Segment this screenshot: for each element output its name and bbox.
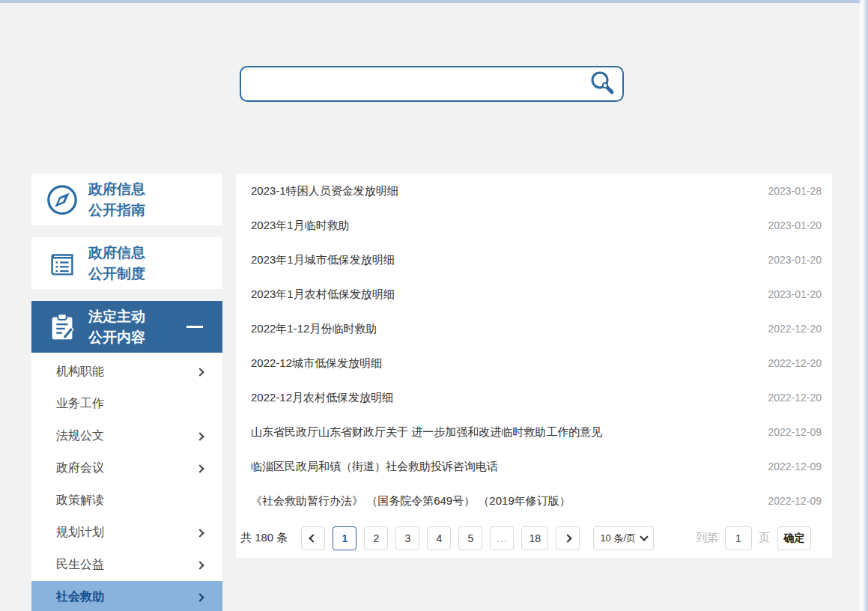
- goto-page-input[interactable]: [725, 526, 752, 550]
- list-item-date: 2022-12-20: [768, 323, 822, 335]
- list-item-date: 2023-01-20: [768, 254, 822, 266]
- card-label-line1: 法定主动: [88, 306, 145, 327]
- list-item[interactable]: 2022-12月农村低保发放明细 2022-12-20: [236, 380, 832, 415]
- list-item-date: 2022-12-20: [768, 357, 822, 369]
- sidebar-submenu: 机构职能 业务工作 法规公文 政府会议 政策解读 规划计划 民生公益 社会救助: [31, 353, 222, 611]
- search-bar: [240, 66, 624, 102]
- compass-icon: [45, 183, 79, 217]
- sidebar-item-jigou-zhineng[interactable]: 机构职能: [31, 356, 222, 388]
- card-label-line2: 公开内容: [88, 327, 145, 348]
- list-item[interactable]: 山东省民政厅山东省财政厅关于 进一步加强和改进临时救助工作的意见 2022-12…: [236, 415, 832, 449]
- list-item-title[interactable]: 《社会救助暂行办法》 （国务院令第649号） （2019年修订版）: [251, 494, 756, 508]
- sidebar-card-statutory-disclosure[interactable]: 法定主动 公开内容: [31, 301, 222, 353]
- sidebar-card-gov-info-guide[interactable]: 政府信息 公开指南: [31, 174, 222, 225]
- card-label-line2: 公开指南: [88, 200, 145, 221]
- list-item-date: 2023-01-20: [768, 219, 822, 231]
- total-count-label: 共 180 条: [240, 531, 288, 545]
- article-list: 2023-1特困人员资金发放明细 2023-01-28 2023年1月临时救助 …: [236, 174, 832, 518]
- chevron-right-icon: [195, 593, 204, 601]
- list-item-title[interactable]: 2023年1月城市低保发放明细: [251, 253, 756, 267]
- list-item-title[interactable]: 2022-12城市低保发放明细: [251, 356, 756, 371]
- list-item-title[interactable]: 2022年1-12月份临时救助: [251, 322, 756, 336]
- top-accent-bar: [0, 0, 868, 3]
- card-label-line1: 政府信息: [88, 243, 145, 264]
- list-item-title[interactable]: 山东省民政厅山东省财政厅关于 进一步加强和改进临时救助工作的意见: [251, 425, 756, 440]
- pagination-bar: 共 180 条 1 2 3 4 5 ... 18 10 条/页 到第 页 确定: [236, 518, 832, 558]
- page-button-1[interactable]: 1: [333, 526, 356, 550]
- clipboard-pencil-icon: [45, 310, 79, 344]
- sidebar-item-fagui-gongwen[interactable]: 法规公文: [31, 420, 222, 452]
- page-button-18[interactable]: 18: [521, 526, 548, 550]
- sidebar-item-yewu-gongzuo[interactable]: 业务工作: [31, 388, 222, 420]
- chevron-right-icon: [195, 464, 204, 472]
- page-size-select[interactable]: 10 条/页: [593, 526, 654, 550]
- chevron-right-icon: [195, 432, 204, 440]
- goto-prefix-label: 到第: [696, 531, 718, 545]
- list-item-title[interactable]: 2022-12月农村低保发放明细: [251, 391, 756, 405]
- menu-item-label: 民生公益: [56, 557, 104, 573]
- search-input[interactable]: [240, 66, 624, 102]
- list-item-date: 2022-12-09: [768, 460, 822, 472]
- sidebar: 政府信息 公开指南 政府信息 公开制度 法定主动: [31, 174, 222, 611]
- list-item-date: 2023-01-20: [768, 288, 822, 300]
- list-item[interactable]: 2022-12城市低保发放明细 2022-12-20: [236, 346, 832, 380]
- goto-confirm-button[interactable]: 确定: [777, 526, 811, 550]
- chevron-right-icon: [195, 561, 204, 569]
- list-item-title[interactable]: 2023年1月农村低保发放明细: [251, 288, 756, 302]
- menu-item-label: 业务工作: [56, 396, 104, 412]
- card-label-line1: 政府信息: [88, 179, 145, 200]
- list-item[interactable]: 临淄区民政局和镇（街道）社会救助投诉咨询电话 2022-12-09: [236, 449, 832, 484]
- list-item-date: 2023-01-28: [768, 185, 822, 197]
- sidebar-item-shehui-jiuzhu[interactable]: 社会救助: [31, 581, 222, 611]
- chevron-right-icon: [564, 534, 572, 542]
- right-edge-strip: [858, 0, 868, 611]
- chevron-right-icon: [195, 368, 204, 376]
- chevron-right-icon: [195, 529, 204, 537]
- search-icon: [589, 70, 616, 97]
- menu-item-label: 法规公文: [56, 428, 104, 444]
- list-item-title[interactable]: 2023-1特困人员资金发放明细: [251, 184, 756, 198]
- prev-page-button[interactable]: [301, 526, 325, 550]
- list-item[interactable]: 2023年1月城市低保发放明细 2023-01-20: [236, 243, 832, 277]
- menu-item-label: 政府会议: [56, 460, 104, 476]
- chevron-down-icon: [640, 532, 648, 541]
- page-button-2[interactable]: 2: [364, 526, 388, 550]
- list-item[interactable]: 2023年1月临时救助 2023-01-20: [236, 208, 832, 243]
- list-item-date: 2022-12-09: [768, 495, 822, 507]
- list-item[interactable]: 2022年1-12月份临时救助 2022-12-20: [236, 311, 832, 346]
- menu-item-label: 政策解读: [56, 493, 104, 508]
- sidebar-item-zhengce-jiedu[interactable]: 政策解读: [31, 484, 222, 517]
- sidebar-item-guihua-jihua[interactable]: 规划计划: [31, 517, 222, 549]
- ledger-list-icon: [45, 246, 79, 281]
- list-item-title[interactable]: 临淄区民政局和镇（街道）社会救助投诉咨询电话: [251, 460, 756, 474]
- page-size-value: 10 条/页: [600, 532, 636, 545]
- list-item-date: 2022-12-20: [768, 392, 822, 404]
- content-panel: 2023-1特困人员资金发放明细 2023-01-28 2023年1月临时救助 …: [236, 174, 832, 558]
- goto-page-group: 到第 页 确定: [696, 526, 811, 550]
- search-button[interactable]: [586, 70, 618, 98]
- goto-suffix-label: 页: [759, 531, 770, 545]
- collapse-minus-icon[interactable]: [186, 326, 203, 328]
- menu-item-label: 机构职能: [56, 364, 104, 380]
- page-ellipsis-button[interactable]: ...: [490, 526, 514, 550]
- card-label-line2: 公开制度: [88, 264, 145, 285]
- page-button-4[interactable]: 4: [427, 526, 451, 550]
- sidebar-item-zhengfu-huiyi[interactable]: 政府会议: [31, 452, 222, 484]
- sidebar-item-minsheng-gongyi[interactable]: 民生公益: [31, 549, 222, 581]
- list-item[interactable]: 2023-1特困人员资金发放明细 2023-01-28: [236, 174, 832, 208]
- next-page-button[interactable]: [556, 526, 580, 550]
- list-item-title[interactable]: 2023年1月临时救助: [251, 219, 756, 233]
- menu-item-label: 规划计划: [56, 525, 104, 541]
- list-item-date: 2022-12-09: [768, 426, 822, 438]
- menu-item-label: 社会救助: [56, 589, 104, 605]
- page-button-5[interactable]: 5: [458, 526, 482, 550]
- chevron-left-icon: [309, 534, 318, 542]
- list-item[interactable]: 《社会救助暂行办法》 （国务院令第649号） （2019年修订版） 2022-1…: [236, 484, 832, 518]
- page-button-3[interactable]: 3: [395, 526, 419, 550]
- list-item[interactable]: 2023年1月农村低保发放明细 2023-01-20: [236, 277, 832, 311]
- sidebar-card-gov-info-system[interactable]: 政府信息 公开制度: [31, 237, 222, 289]
